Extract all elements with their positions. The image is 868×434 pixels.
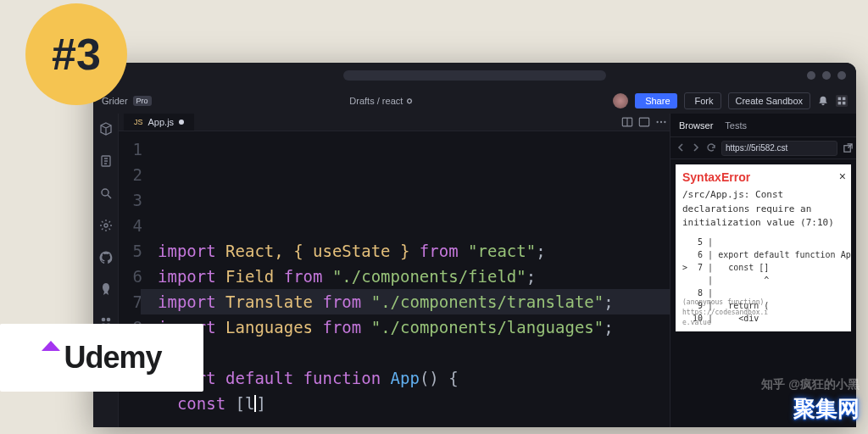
error-message: /src/App.js: Const declarations require …: [682, 188, 844, 231]
error-stack-2: https://codesandbox.i: [682, 308, 844, 318]
github-icon[interactable]: [99, 251, 113, 268]
svg-point-15: [656, 121, 658, 123]
close-icon[interactable]: ×: [839, 170, 846, 183]
tab-app-js[interactable]: JS App.js: [124, 114, 194, 131]
deploy-icon[interactable]: [99, 283, 113, 300]
tab-tests[interactable]: Tests: [725, 120, 747, 131]
window-titlebar[interactable]: [93, 63, 856, 88]
js-file-icon: JS: [134, 118, 143, 126]
tab-browser[interactable]: Browser: [679, 120, 713, 131]
top-toolbar: Grider Pro Drafts / react ⭘ Share Fork C…: [93, 88, 856, 114]
error-title: SyntaxError: [682, 171, 844, 183]
svg-point-12: [106, 318, 110, 322]
notifications-icon[interactable]: [817, 95, 829, 107]
avatar[interactable]: [613, 93, 628, 108]
error-stack-1: (anonymous function): [682, 298, 844, 308]
explorer-icon[interactable]: [99, 154, 113, 171]
svg-rect-6: [838, 102, 842, 105]
preview-addressbar: [670, 137, 856, 159]
error-overlay: × SyntaxError /src/App.js: Const declara…: [676, 164, 851, 331]
menu-icon[interactable]: [836, 95, 848, 107]
svg-rect-7: [843, 102, 846, 105]
preview-panel: Browser Tests Here is a react app! × Syn…: [670, 114, 856, 427]
udemy-logo: Udemy: [0, 324, 203, 392]
error-stack-3: e.value: [682, 318, 844, 328]
pro-badge: Pro: [133, 96, 152, 106]
open-external-icon[interactable]: [843, 141, 854, 156]
window-drag-handle[interactable]: [343, 70, 606, 81]
settings-icon[interactable]: [99, 219, 113, 236]
svg-point-10: [104, 224, 108, 227]
layout-icon[interactable]: [636, 114, 653, 131]
svg-point-16: [660, 121, 662, 123]
fork-button[interactable]: Fork: [684, 92, 721, 109]
svg-point-9: [102, 189, 108, 196]
svg-rect-14: [639, 118, 648, 126]
sandbox-window: Grider Pro Drafts / react ⭘ Share Fork C…: [93, 63, 856, 427]
breadcrumb[interactable]: Drafts / react ⭘: [152, 96, 614, 106]
preview-tabs: Browser Tests: [670, 114, 856, 137]
search-icon[interactable]: [99, 186, 113, 203]
svg-rect-5: [843, 97, 846, 101]
forward-icon[interactable]: [691, 142, 701, 154]
back-icon[interactable]: [676, 142, 686, 154]
unsaved-dot-icon: [179, 120, 184, 125]
split-editor-icon[interactable]: [619, 114, 636, 131]
editor-tabbar: JS App.js: [119, 114, 670, 131]
sandbox-icon[interactable]: [99, 122, 113, 139]
author-label: Grider: [102, 96, 128, 106]
url-input[interactable]: [721, 141, 837, 156]
window-traffic-lights[interactable]: [807, 71, 846, 80]
share-button[interactable]: Share: [635, 93, 676, 108]
create-sandbox-button[interactable]: Create Sandbox: [728, 92, 811, 109]
more-icon[interactable]: [653, 114, 670, 131]
svg-point-17: [664, 121, 665, 123]
svg-rect-4: [838, 97, 842, 101]
svg-rect-3: [836, 95, 848, 107]
rank-badge: #3: [25, 3, 127, 105]
svg-point-11: [101, 318, 105, 322]
udemy-roof-icon: [42, 341, 60, 351]
reload-icon[interactable]: [706, 142, 716, 154]
